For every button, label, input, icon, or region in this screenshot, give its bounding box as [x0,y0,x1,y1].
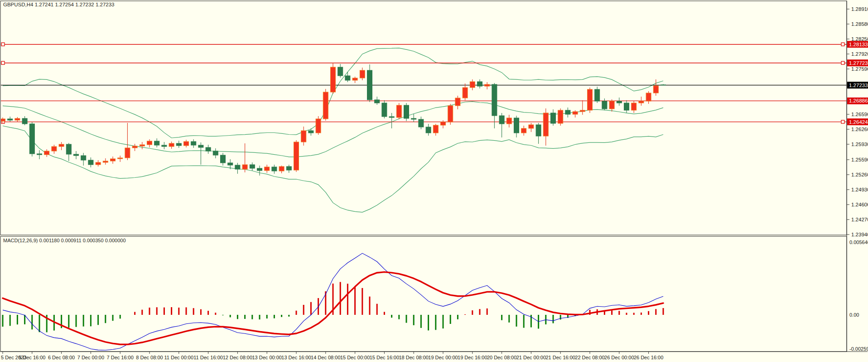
price-axis-tick-label: 1.25260 [851,172,868,177]
candle-body [521,128,526,133]
candle-body [411,118,416,119]
candle-bearish [514,116,519,137]
candle-body [367,70,372,100]
candle-body [206,147,211,151]
candle-body [301,131,306,142]
candle-bearish [37,150,42,159]
time-axis-tick-label: 18 Dec 08:00 [399,355,428,360]
candle-bearish [367,64,372,102]
price-axis[interactable]: 1.289101.285801.282501.279201.275901.265… [847,1,868,352]
horizontal-line-1.28133[interactable] [1,43,847,46]
candle-bearish [206,145,211,154]
candle-body [617,101,622,103]
candle-body [529,125,534,128]
candle-bearish [272,165,277,174]
price-pane[interactable] [0,1,847,235]
candle-body [543,113,548,136]
candle-body [499,116,504,124]
candle-bullish [301,127,306,146]
time-axis-tick-label: 19 Dec 00:00 [428,355,458,360]
time-axis-tick-label: 6 Dec 08:00 [48,355,75,360]
candle-body [485,84,490,86]
hline-anchor-handle[interactable] [1,61,5,64]
candle-body [184,142,189,146]
candle-bullish [580,100,585,115]
macd-axis-label: 0.005646 [849,240,868,245]
price-axis-tick-label: 1.23940 [851,232,868,237]
macd-pane-border [0,236,847,352]
macd-indicator-label: MACD(12,26,9) 0.001180 0.000911 0.000350… [3,238,126,243]
candle-body [433,125,438,133]
candle-body [169,143,174,147]
price-axis-tick-label: 1.28580 [851,21,868,27]
candle-bearish [419,117,424,129]
candle-bearish [551,109,556,126]
candle-body [506,118,511,124]
candle-bearish [602,98,607,110]
hline-anchor-handle[interactable] [841,43,844,46]
candle-bearish [382,100,387,118]
candle-body [323,92,328,119]
hline-anchor-handle[interactable] [841,120,844,123]
chart-title-ohlc-readout: GBPUSD,H4 1.27241 1.27254 1.27232 1.2723… [3,2,115,7]
candle-bullish [59,142,64,150]
candle-bearish [176,141,181,148]
candle-body [477,82,482,86]
price-axis-tick-label: 1.28910 [851,6,868,12]
candle-body [44,151,49,155]
candle-bullish [360,68,365,80]
candle-body [96,162,101,165]
hline-price-badge: 1.28133 [847,41,868,48]
candle-bullish [184,140,189,147]
candle-bullish [573,110,578,117]
macd-axis-label: 0.00 [849,312,859,318]
candle-bearish [8,117,13,122]
time-axis-tick-label: 7 Dec 00:00 [77,355,104,360]
hline-price-badge: 1.26424 [847,118,868,125]
candle-body [286,166,291,170]
candle-bearish [565,108,570,117]
hline-anchor-handle[interactable] [841,61,844,64]
candle-body [653,86,658,93]
candle-bearish [81,153,86,166]
candle-body [646,93,651,101]
candle-bullish [132,144,137,151]
candle-bearish [235,163,240,174]
candle-bullish [279,166,284,173]
hline-anchor-handle[interactable] [1,43,5,46]
candle-body [309,131,313,133]
time-axis[interactable]: 5 Dec 20235 Dec 16:006 Dec 08:007 Dec 00… [0,352,868,360]
time-axis-tick-label: 20 Dec 08:00 [487,355,516,360]
price-pane-border [0,1,847,235]
candle-body [198,145,203,147]
horizontal-line-1.26424[interactable] [1,120,847,123]
candle-bearish [624,100,629,113]
candle-bearish [499,113,504,137]
candle-body [448,106,453,122]
time-axis-tick-label: 11 Dec 16:00 [193,355,223,360]
candle-bearish [250,162,255,171]
macd-pane[interactable] [0,236,847,352]
candle-bullish [521,126,526,136]
candle-bullish [639,97,644,106]
candle-body [111,159,116,161]
macd-histogram [3,282,663,333]
price-axis-tick-label: 1.25930 [851,142,868,147]
time-axis-tick-label: 26 Dec 16:00 [634,355,663,360]
candle-bearish [88,157,93,167]
candle-body [235,165,240,169]
candle-body [22,118,27,124]
candle-bearish [661,84,666,85]
candle-body [316,119,321,133]
candle-body [352,78,357,80]
candle-bearish [375,97,380,105]
horizontal-line-1.27723[interactable] [1,61,847,64]
candle-body [360,70,365,78]
candle-body [191,142,196,145]
bollinger-lower-band [3,126,663,212]
candle-bullish [103,158,108,165]
candle-body [595,89,600,101]
hline-price-badge: 1.27723 [847,59,868,66]
candle-bullish [96,160,101,166]
candle-bearish [309,128,313,136]
